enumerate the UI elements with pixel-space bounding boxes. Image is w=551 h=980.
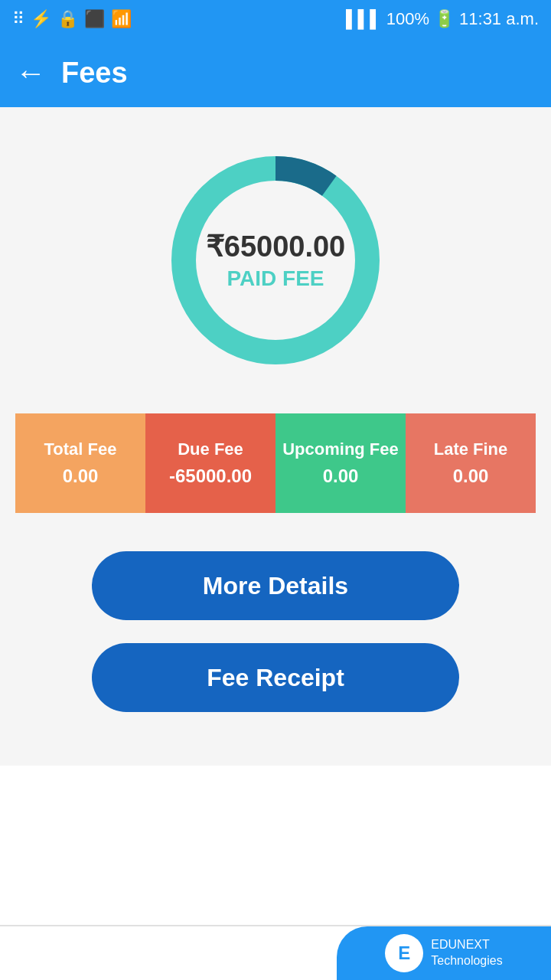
late-fine-card: Late Fine 0.00 (406, 413, 536, 513)
brand-name: EDUNEXT (431, 937, 502, 953)
battery-label: 100% (386, 9, 429, 29)
brand-text: EDUNEXT Technologies (431, 937, 502, 969)
due-fee-label: Due Fee (178, 439, 243, 459)
copy-icon: ⬛ (84, 9, 105, 29)
paid-amount: ₹65000.00 (206, 230, 346, 263)
wifi-icon: 📶 (111, 9, 132, 29)
status-bar-right: ▌▌▌ 100% 🔋 11:31 a.m. (346, 9, 539, 29)
due-fee-value: -65000.00 (169, 466, 252, 487)
fee-donut-chart: ₹65000.00 PAID FEE (153, 138, 398, 383)
fee-receipt-button[interactable]: Fee Receipt (92, 643, 459, 712)
chart-center: ₹65000.00 PAID FEE (206, 230, 346, 291)
total-fee-card: Total Fee 0.00 (15, 413, 145, 513)
status-bar: ⠿ ⚡ 🔒 ⬛ 📶 ▌▌▌ 100% 🔋 11:31 a.m. (0, 0, 551, 38)
menu-icon: ⠿ (12, 9, 24, 29)
battery-icon: 🔋 (434, 9, 455, 29)
late-fine-label: Late Fine (434, 439, 508, 459)
upcoming-fee-label: Upcoming Fee (282, 439, 399, 459)
time-label: 11:31 a.m. (459, 9, 539, 29)
upcoming-fee-card: Upcoming Fee 0.00 (276, 413, 406, 513)
app-bar: ← Fees (0, 38, 551, 107)
paid-label: PAID FEE (206, 266, 346, 291)
back-button[interactable]: ← (15, 56, 46, 90)
upcoming-fee-value: 0.00 (323, 466, 359, 487)
total-fee-value: 0.00 (63, 466, 99, 487)
footer-brand: E EDUNEXT Technologies (337, 926, 551, 980)
more-details-button[interactable]: More Details (92, 551, 459, 620)
fee-summary-strip: Total Fee 0.00 Due Fee -65000.00 Upcomin… (15, 413, 536, 513)
lock-icon: 🔒 (57, 9, 78, 29)
brand-icon: E (385, 934, 423, 972)
late-fine-value: 0.00 (453, 466, 489, 487)
status-bar-icons: ⠿ ⚡ 🔒 ⬛ 📶 (12, 9, 132, 29)
page-title: Fees (61, 57, 128, 90)
due-fee-card: Due Fee -65000.00 (145, 413, 276, 513)
signal-icon: ▌▌▌ (346, 9, 382, 29)
total-fee-label: Total Fee (44, 439, 117, 459)
usb-icon: ⚡ (31, 9, 51, 29)
brand-sub: Technologies (431, 953, 502, 969)
main-content: ₹65000.00 PAID FEE Total Fee 0.00 Due Fe… (0, 107, 551, 766)
